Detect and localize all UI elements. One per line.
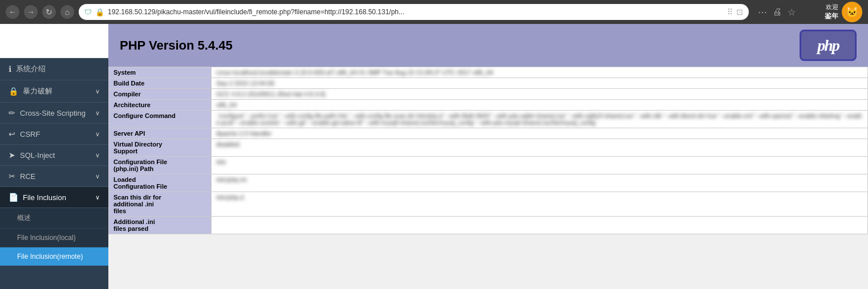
sidebar-item-overview[interactable]: 概述 bbox=[0, 208, 108, 229]
sidebar-item-file-inclusion[interactable]: 📄 File Inclusion ∨ bbox=[0, 187, 108, 208]
php-header: PHP Version 5.4.45 php bbox=[108, 24, 868, 67]
table-row: Server API Apache 2.0 Handler bbox=[109, 128, 868, 139]
sidebar-label-csrf: CSRF bbox=[20, 130, 40, 139]
sidebar-item-fi-remote[interactable]: File Inclusion(remote) bbox=[0, 247, 108, 266]
avatar: 🐱 bbox=[842, 2, 862, 22]
arrow-icon: ↩ bbox=[9, 129, 15, 139]
row-value-additional-ini bbox=[212, 217, 868, 234]
row-label-configure-command: Configure Command bbox=[109, 111, 212, 128]
bookmark-star-icon[interactable]: ☆ bbox=[788, 7, 796, 18]
sidebar-item-fi-local[interactable]: File Inclusion(local) bbox=[0, 229, 108, 247]
chevron-down-icon: ∨ bbox=[95, 88, 100, 95]
tab-icon: ⊡ bbox=[736, 7, 743, 17]
row-label-build-date: Build Date bbox=[109, 78, 212, 89]
row-value-virtual-dir: disabled bbox=[212, 139, 868, 157]
print-icon[interactable]: 🖨 bbox=[773, 7, 782, 17]
sidebar-label-rce: RCE bbox=[20, 172, 35, 181]
address-bar[interactable]: 🛡 🔒 192.168.50.129/pikachu-master/vul/fi… bbox=[79, 4, 749, 20]
scissors-icon: ✂ bbox=[9, 172, 15, 181]
row-label-loaded-config: LoadedConfiguration File bbox=[109, 174, 212, 192]
sidebar-submenu-file-inclusion: 概述 File Inclusion(local) File Inclusion(… bbox=[0, 208, 108, 266]
chevron-down-icon: ∨ bbox=[95, 194, 100, 201]
table-row: Compiler GCC 4.8.3 20140911 (Red Hat 4.8… bbox=[109, 89, 868, 100]
php-content: PHP Version 5.4.45 php System Linux loca… bbox=[108, 24, 868, 234]
row-label-architecture: Architecture bbox=[109, 100, 212, 111]
phpinfo-table: System Linux localhost.localdomain 3.10.… bbox=[108, 67, 868, 234]
forward-button[interactable]: → bbox=[24, 5, 38, 19]
row-label-compiler: Compiler bbox=[109, 89, 212, 100]
chevron-down-icon: ∨ bbox=[95, 131, 100, 138]
main-layout: ℹ 系统介绍 🔒 暴力破解 ∨ ✏ Cross-Site Scripting ∨… bbox=[0, 24, 868, 289]
row-value-server-api: Apache 2.0 Handler bbox=[212, 128, 868, 139]
fi-remote-label: File Inclusion(remote) bbox=[17, 253, 83, 260]
chevron-down-icon: ∨ bbox=[95, 109, 100, 117]
table-row: Virtual DirectorySupport disabled bbox=[109, 139, 868, 157]
table-row: Additional .inifiles parsed bbox=[109, 217, 868, 234]
row-label-additional-ini: Additional .inifiles parsed bbox=[109, 217, 212, 234]
row-value-build-date: Sep 2 2015 13:44:00 bbox=[212, 78, 868, 89]
row-label-config-path: Configuration File(php.ini) Path bbox=[109, 157, 212, 174]
fi-local-label: File Inclusion(local) bbox=[17, 234, 76, 242]
row-label-server-api: Server API bbox=[109, 128, 212, 139]
row-value-loaded-config: /etc/php.ini bbox=[212, 174, 868, 192]
sidebar-item-xss[interactable]: ✏ Cross-Site Scripting ∨ bbox=[0, 103, 108, 124]
row-label-virtual-dir: Virtual DirectorySupport bbox=[109, 139, 212, 157]
refresh-button[interactable]: ↻ bbox=[42, 5, 56, 19]
welcome-text: 欢迎 bbox=[825, 3, 838, 11]
home-button[interactable]: ⌂ bbox=[60, 5, 74, 19]
table-row: Scan this dir foradditional .inifiles /e… bbox=[109, 192, 868, 217]
shield-icon: 🛡 bbox=[84, 8, 92, 17]
edit-icon: ✏ bbox=[9, 108, 15, 117]
lock-icon: 🔒 bbox=[9, 87, 18, 96]
row-label-system: System bbox=[109, 67, 212, 78]
sidebar-label-xss: Cross-Site Scripting bbox=[20, 109, 86, 117]
php-version: PHP Version 5.4.45 bbox=[120, 38, 233, 53]
table-row: Build Date Sep 2 2015 13:44:00 bbox=[109, 78, 868, 89]
browser-toolbar: ← → ↻ ⌂ 🛡 🔒 192.168.50.129/pikachu-maste… bbox=[0, 0, 868, 24]
chevron-down-icon: ∨ bbox=[95, 152, 100, 159]
sidebar-item-system-intro[interactable]: ℹ 系统介绍 bbox=[0, 58, 108, 80]
sidebar-logo bbox=[0, 24, 108, 58]
file-icon: 📄 bbox=[9, 193, 18, 202]
db-icon: ➤ bbox=[9, 150, 15, 160]
sidebar-label-file-inclusion: File Inclusion bbox=[23, 193, 66, 202]
sidebar: ℹ 系统介绍 🔒 暴力破解 ∨ ✏ Cross-Site Scripting ∨… bbox=[0, 24, 108, 289]
row-label-scan-dir: Scan this dir foradditional .inifiles bbox=[109, 192, 212, 217]
row-value-compiler: GCC 4.8.3 20140911 (Red Hat 4.8.3-9) bbox=[212, 89, 868, 100]
table-row: Configuration File(php.ini) Path /etc bbox=[109, 157, 868, 174]
reader-icon: ⠿ bbox=[727, 7, 733, 17]
table-row: LoadedConfiguration File /etc/php.ini bbox=[109, 174, 868, 192]
sidebar-label-brute-force: 暴力破解 bbox=[23, 86, 52, 96]
row-value-scan-dir: /etc/php.d bbox=[212, 192, 868, 217]
row-value-configure-command: './configure' '--prefix=/usr' '--with-co… bbox=[212, 111, 868, 128]
content-area: PHP Version 5.4.45 php System Linux loca… bbox=[108, 24, 868, 289]
lock-icon: 🔒 bbox=[95, 8, 104, 17]
table-row: Architecture x86_64 bbox=[109, 100, 868, 111]
row-value-architecture: x86_64 bbox=[212, 100, 868, 111]
php-logo: php bbox=[800, 30, 857, 61]
info-icon: ℹ bbox=[9, 64, 11, 74]
sidebar-item-rce[interactable]: ✂ RCE ∨ bbox=[0, 166, 108, 187]
sidebar-label-sqli: SQL-Inject bbox=[20, 151, 55, 160]
more-button[interactable]: ⋯ bbox=[758, 7, 767, 18]
table-row: System Linux localhost.localdomain 3.10.… bbox=[109, 67, 868, 78]
back-button[interactable]: ← bbox=[6, 5, 19, 19]
chevron-down-icon: ∨ bbox=[95, 173, 100, 180]
table-row: Configure Command './configure' '--prefi… bbox=[109, 111, 868, 128]
url-text: 192.168.50.129/pikachu-master/vul/filein… bbox=[108, 8, 724, 16]
row-value-config-path: /etc bbox=[212, 157, 868, 174]
sidebar-item-csrf[interactable]: ↩ CSRF ∨ bbox=[0, 124, 108, 145]
overview-label: 概述 bbox=[17, 213, 31, 223]
username-text: 鉴年 bbox=[825, 11, 838, 21]
sidebar-item-sqli[interactable]: ➤ SQL-Inject ∨ bbox=[0, 145, 108, 166]
browser-icons: ⋯ 🖨 ☆ bbox=[758, 7, 796, 18]
sidebar-label-system-intro: 系统介绍 bbox=[16, 64, 46, 74]
sidebar-item-brute-force[interactable]: 🔒 暴力破解 ∨ bbox=[0, 80, 108, 103]
row-value-system: Linux localhost.localdomain 3.10.0-693.e… bbox=[212, 67, 868, 78]
